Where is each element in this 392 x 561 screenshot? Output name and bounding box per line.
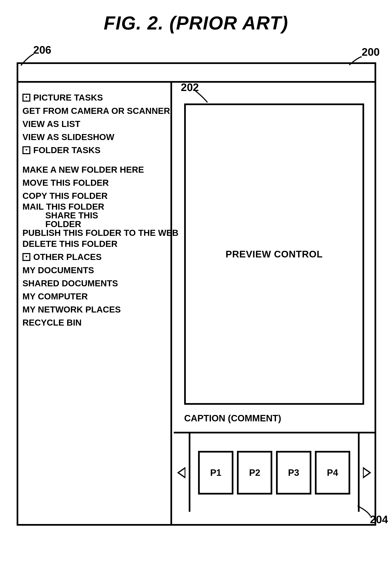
sidebar-item[interactable]: COPY THIS FOLDER xyxy=(22,189,166,202)
filmstrip: P1 P2 P3 P4 xyxy=(174,432,375,512)
sidebar-item-continuation: FOLDER xyxy=(22,220,166,228)
sidebar-item[interactable]: VIEW AS LIST xyxy=(22,117,166,130)
preview-label: PREVIEW CONTROL xyxy=(226,248,323,260)
sidebar-item[interactable]: MAKE A NEW FOLDER HERE xyxy=(22,163,166,176)
thumbnail[interactable]: P4 xyxy=(315,451,350,495)
sidebar-item[interactable]: PUBLISH THIS FOLDER TO THE WEB xyxy=(22,228,166,237)
caption-label: CAPTION (COMMENT) xyxy=(184,413,281,423)
section-header-label: FOLDER TASKS xyxy=(33,145,101,155)
filmstrip-prev-button[interactable] xyxy=(174,433,190,512)
section-header-label: OTHER PLACES xyxy=(33,252,102,262)
collapse-icon[interactable] xyxy=(22,253,30,261)
sidebar-item[interactable]: GET FROM CAMERA OR SCANNER xyxy=(22,104,166,117)
sidebar-item[interactable]: MY COMPUTER xyxy=(22,290,166,303)
sidebar-item[interactable]: MAIL THIS FOLDER xyxy=(22,202,166,211)
thumbnail[interactable]: P2 xyxy=(237,451,272,495)
sidebar-item[interactable]: SHARE THIS xyxy=(22,211,166,220)
window-frame: PICTURE TASKS GET FROM CAMERA OR SCANNER… xyxy=(17,62,376,526)
filmstrip-next-button[interactable] xyxy=(358,433,375,512)
sidebar-item[interactable]: SHARED DOCUMENTS xyxy=(22,277,166,290)
arrow-left-icon xyxy=(177,467,185,478)
sidebar-item[interactable]: DELETE THIS FOLDER xyxy=(22,237,166,250)
section-header-other-places[interactable]: OTHER PLACES xyxy=(22,252,166,262)
sidebar-item[interactable]: MOVE THIS FOLDER xyxy=(22,176,166,189)
collapse-icon[interactable] xyxy=(22,146,30,154)
collapse-icon[interactable] xyxy=(22,94,30,102)
sidebar-item[interactable]: RECYCLE BIN xyxy=(22,316,166,329)
sidebar-item[interactable]: VIEW AS SLIDESHOW xyxy=(22,130,166,144)
section-header-folder-tasks[interactable]: FOLDER TASKS xyxy=(22,145,166,155)
section-header-picture-tasks[interactable]: PICTURE TASKS xyxy=(22,93,166,103)
section-header-label: PICTURE TASKS xyxy=(33,93,103,103)
thumbnail-strip: P1 P2 P3 P4 xyxy=(190,433,358,512)
title-bar xyxy=(18,64,375,83)
main-area: PREVIEW CONTROL CAPTION (COMMENT) P1 P2 … xyxy=(174,83,375,524)
task-sidebar: PICTURE TASKS GET FROM CAMERA OR SCANNER… xyxy=(18,83,172,524)
thumbnail[interactable]: P1 xyxy=(198,451,233,495)
preview-control[interactable]: PREVIEW CONTROL xyxy=(184,103,364,405)
figure-title: FIG. 2. (PRIOR ART) xyxy=(104,12,288,34)
sidebar-item[interactable]: MY DOCUMENTS xyxy=(22,264,166,277)
sidebar-item[interactable]: MY NETWORK PLACES xyxy=(22,303,166,316)
thumbnail[interactable]: P3 xyxy=(276,451,311,495)
arrow-right-icon xyxy=(363,467,371,478)
